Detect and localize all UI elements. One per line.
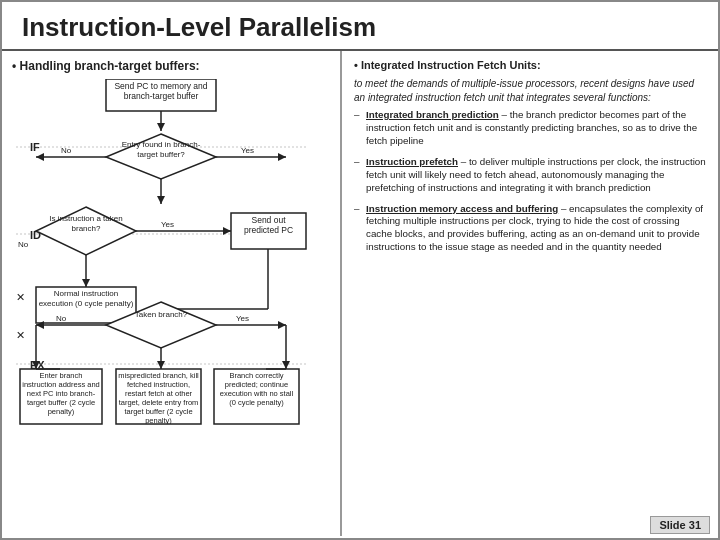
svg-rect-0 — [106, 79, 216, 111]
item-2-label: Instruction prefetch — [366, 156, 458, 167]
svg-text:✕: ✕ — [16, 291, 25, 303]
svg-marker-10 — [278, 153, 286, 161]
left-bullet: • Handling branch-target buffers: — [12, 59, 330, 73]
svg-marker-2 — [157, 123, 165, 131]
list-item-3: Instruction memory access and buffering … — [354, 203, 706, 255]
svg-rect-44 — [214, 369, 299, 424]
svg-marker-29 — [161, 305, 169, 313]
svg-marker-16 — [36, 207, 136, 255]
svg-marker-39 — [32, 361, 40, 369]
svg-text:Yes: Yes — [161, 220, 174, 229]
item-3-label: Instruction memory access and buffering — [366, 203, 558, 214]
svg-marker-43 — [157, 361, 165, 369]
list-item-1: Integrated branch prediction – the branc… — [354, 109, 706, 148]
slide-number: Slide 31 — [650, 516, 710, 534]
svg-rect-21 — [231, 213, 306, 249]
svg-marker-32 — [36, 321, 44, 329]
item-1-label: Integrated branch prediction — [366, 109, 499, 120]
svg-rect-41 — [116, 369, 201, 424]
svg-marker-7 — [36, 153, 44, 161]
svg-marker-13 — [157, 196, 165, 204]
features-list: Integrated branch prediction – the branc… — [354, 109, 706, 254]
svg-marker-23 — [82, 279, 90, 287]
svg-text:Yes: Yes — [236, 314, 249, 323]
flowchart-svg: Send PC to memory and branch-target buff… — [16, 79, 326, 509]
svg-marker-30 — [106, 302, 216, 348]
page-title: Instruction-Level Parallelism — [22, 12, 698, 43]
svg-text:EX: EX — [30, 359, 45, 371]
flowchart: Send PC to memory and branch-target buff… — [16, 79, 326, 509]
svg-rect-24 — [36, 287, 136, 323]
right-bullet-main: • Integrated Instruction Fetch Units: — [354, 59, 706, 71]
svg-text:Yes: Yes — [241, 146, 254, 155]
svg-marker-5 — [106, 134, 216, 179]
left-panel: • Handling branch-target buffers: Send P… — [2, 51, 342, 536]
list-item-2: Instruction prefetch – to deliver multip… — [354, 156, 706, 195]
title-bar: Instruction-Level Parallelism — [2, 2, 718, 51]
section-intro: to meet the demands of multiple-issue pr… — [354, 77, 706, 104]
svg-marker-46 — [282, 361, 290, 369]
right-panel: • Integrated Instruction Fetch Units: to… — [342, 51, 718, 536]
svg-text:No: No — [56, 314, 67, 323]
svg-rect-37 — [20, 369, 102, 424]
svg-marker-35 — [278, 321, 286, 329]
svg-marker-19 — [223, 227, 231, 235]
svg-text:ID: ID — [30, 229, 41, 241]
svg-text:IF: IF — [30, 141, 40, 153]
svg-text:✕: ✕ — [16, 329, 25, 341]
svg-text:No: No — [18, 240, 29, 249]
svg-text:No: No — [61, 146, 72, 155]
